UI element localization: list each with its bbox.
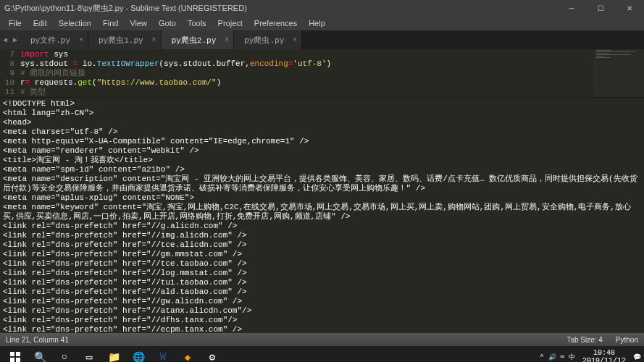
status-tabsize[interactable]: Tab Size: 4: [566, 336, 602, 344]
ime-icon-2[interactable]: 中: [569, 353, 575, 362]
title-bar: G:\Python\python11-8\py爬虫2.py - Sublime …: [0, 0, 644, 16]
menu-preferences[interactable]: Preferences: [248, 17, 303, 29]
sublime-icon[interactable]: ◆: [175, 346, 200, 362]
taskbar: 🔍 ○ ▭ 📁 🌐 W ◆ ⚙ ^ 🔊 ⌨ 中 10:48 2019/11/12…: [0, 346, 644, 362]
app-icon[interactable]: ⚙: [200, 346, 225, 362]
close-button[interactable]: ✕: [615, 0, 644, 16]
svg-rect-1: [16, 352, 20, 356]
minimize-button[interactable]: ─: [557, 0, 586, 16]
menu-bar: FileEditSelectionFindViewGotoToolsProjec…: [0, 16, 644, 30]
menu-view[interactable]: View: [124, 17, 153, 29]
menu-file[interactable]: File: [3, 17, 28, 29]
menu-selection[interactable]: Selection: [53, 17, 97, 29]
code-content[interactable]: import syssys.stdout = io.TextIOWrapper(…: [20, 49, 331, 97]
ime-icon-1[interactable]: ⌨: [561, 353, 564, 361]
tab-label: py爬虫.py: [244, 35, 284, 46]
word-icon[interactable]: W: [151, 346, 175, 362]
menu-edit[interactable]: Edit: [28, 17, 53, 29]
menu-find[interactable]: Find: [97, 17, 124, 29]
gutter: 789101112: [0, 49, 20, 97]
menu-project[interactable]: Project: [212, 17, 248, 29]
status-bar: Line 21, Column 41 Tab Size: 4 Python: [0, 333, 644, 346]
output-panel[interactable]: <!DOCTYPE html> <html lang="zh-CN"> <hea…: [0, 97, 644, 333]
maximize-button[interactable]: ☐: [586, 0, 615, 16]
menu-help[interactable]: Help: [303, 17, 331, 29]
sound-icon[interactable]: 🔊: [548, 353, 556, 361]
tab-scroll-left[interactable]: ◀: [0, 30, 10, 49]
status-cursor: Line 21, Column 41: [6, 336, 69, 344]
tab-close-icon[interactable]: ×: [293, 36, 297, 44]
system-tray: ^ 🔊 ⌨ 中 10:48 2019/11/12 💬: [540, 349, 641, 362]
tab-label: py文件.py: [30, 35, 70, 46]
status-syntax[interactable]: Python: [616, 336, 638, 344]
clock[interactable]: 10:48 2019/11/12: [580, 349, 629, 362]
start-button[interactable]: [3, 346, 28, 362]
tab[interactable]: py爬虫1.py×: [88, 30, 162, 49]
window-title: G:\Python\python11-8\py爬虫2.py - Sublime …: [4, 3, 247, 14]
notification-icon[interactable]: 💬: [633, 353, 641, 361]
svg-rect-3: [16, 358, 20, 362]
tab[interactable]: py爬虫2.py×: [162, 30, 235, 49]
tab[interactable]: py爬虫.py×: [234, 30, 302, 49]
taskview-icon[interactable]: ▭: [77, 346, 101, 362]
explorer-icon[interactable]: 📁: [101, 346, 126, 362]
minimap[interactable]: [593, 49, 644, 97]
menu-goto[interactable]: Goto: [153, 17, 182, 29]
cortana-icon[interactable]: ○: [52, 346, 77, 362]
tab-label: py爬虫2.py: [172, 35, 217, 46]
chrome-icon[interactable]: 🌐: [126, 346, 151, 362]
tab-bar: ◀ ▶ py文件.py×py爬虫1.py×py爬虫2.py×py爬虫.py×: [0, 30, 644, 49]
tray-expand-icon[interactable]: ^: [540, 353, 543, 361]
menu-tools[interactable]: Tools: [182, 17, 212, 29]
svg-rect-2: [10, 358, 14, 362]
svg-rect-0: [10, 352, 14, 356]
tab-close-icon[interactable]: ×: [225, 36, 229, 44]
tab[interactable]: py文件.py×: [20, 30, 88, 49]
tab-scroll-right[interactable]: ▶: [10, 30, 20, 49]
tab-close-icon[interactable]: ×: [152, 36, 156, 44]
search-icon[interactable]: 🔍: [28, 346, 52, 362]
editor-area[interactable]: 789101112 import syssys.stdout = io.Text…: [0, 49, 644, 97]
tab-label: py爬虫1.py: [99, 35, 143, 46]
tab-close-icon[interactable]: ×: [79, 36, 83, 44]
window-controls: ─ ☐ ✕: [557, 0, 644, 16]
